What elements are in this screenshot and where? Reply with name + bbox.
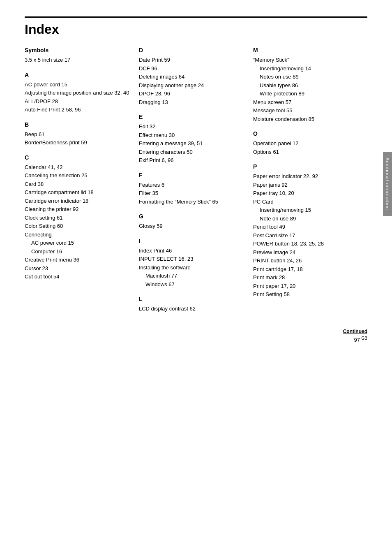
- index-entry: LCD display contrast 62: [139, 305, 245, 313]
- index-entry: Deleting images 64: [139, 73, 245, 81]
- index-entry: Menu screen 57: [253, 98, 359, 107]
- section-header: M: [253, 47, 359, 53]
- index-entry: Note on use 89: [253, 215, 359, 223]
- section-header: I: [139, 238, 245, 244]
- index-entry: Card 38: [25, 180, 131, 188]
- section-header: G: [139, 213, 245, 220]
- index-entry: Dragging 13: [139, 98, 245, 107]
- index-entry: Pencil tool 49: [253, 223, 359, 231]
- index-entry: Preview image 24: [253, 248, 359, 257]
- index-entry: Color Setting 60: [25, 222, 131, 230]
- page: Index Symbols3.5 x 5 inch size 17AAC pow…: [0, 0, 392, 368]
- index-entry: AC power cord 15: [25, 239, 131, 247]
- index-entry: Filter 35: [139, 189, 245, 197]
- index-entry: Auto Fine Print 2 58, 96: [25, 106, 131, 114]
- column-0: Symbols3.5 x 5 inch size 17AAC power cor…: [25, 47, 139, 313]
- index-entry: Formatting the “Memory Stick” 65: [139, 198, 245, 206]
- index-entry: Notes on use 89: [253, 73, 359, 81]
- index-entry: Effect menu 30: [139, 131, 245, 139]
- page-number: 97 GB: [354, 337, 367, 343]
- index-entry: Inserting/removing 14: [253, 65, 359, 73]
- index-entry: Cartridge compartment lid 18: [25, 188, 131, 197]
- index-entry: Creative Print menu 36: [25, 256, 131, 264]
- index-entry: Paper jams 92: [253, 181, 359, 189]
- index-entry: Entering characters 50: [139, 148, 245, 156]
- index-entry: Connecting: [25, 231, 131, 239]
- index-entry: DPOF 28, 96: [139, 90, 245, 98]
- index-entry: ALL/DPOF 28: [25, 97, 131, 106]
- section-header: O: [253, 130, 359, 137]
- index-entry: Calendar 41, 42: [25, 163, 131, 171]
- index-entry: Print Setting 58: [253, 290, 359, 299]
- section-header: Symbols: [25, 47, 131, 53]
- index-entry: Date Print 59: [139, 56, 245, 64]
- section-header: F: [139, 172, 245, 178]
- index-entry: Moisture condensation 85: [253, 115, 359, 123]
- index-entry: Beep 61: [25, 130, 131, 139]
- index-entry: Cartridge error indicator 18: [25, 197, 131, 205]
- index-entry: DCF 96: [139, 65, 245, 73]
- index-entry: PRINT button 24, 26: [253, 257, 359, 265]
- index-entry: Clock setting 61: [25, 214, 131, 222]
- index-entry: Windows 67: [139, 280, 245, 289]
- index-entry: Print mark 28: [253, 273, 359, 282]
- bottom-section: Continued: [25, 326, 367, 334]
- index-entry: Print paper 17, 20: [253, 282, 359, 290]
- side-tab: Additional information: [383, 152, 392, 216]
- index-entry: Edit 32: [139, 123, 245, 131]
- index-entry: Exif Print 6, 96: [139, 156, 245, 164]
- index-entry: Print cartridge 17, 18: [253, 265, 359, 273]
- index-entry: Glossy 59: [139, 222, 245, 230]
- section-header: L: [139, 296, 245, 302]
- index-columns: Symbols3.5 x 5 inch size 17AAC power cor…: [25, 47, 367, 313]
- section-header: D: [139, 47, 245, 53]
- page-number-area: 97 GB: [25, 336, 367, 343]
- index-entry: Inserting/removing 15: [253, 206, 359, 214]
- section-header: P: [253, 163, 359, 170]
- top-border: [25, 16, 367, 18]
- index-entry: Options 61: [253, 148, 359, 156]
- index-entry: Border/Borderless print 59: [25, 139, 131, 147]
- index-entry: Macintosh 77: [139, 272, 245, 280]
- index-entry: Adjusting the image position and size 32…: [25, 89, 131, 97]
- index-entry: POWER button 18, 23, 25, 28: [253, 240, 359, 248]
- section-header: A: [25, 72, 131, 78]
- index-entry: Features 6: [139, 181, 245, 189]
- index-entry: Installing the software: [139, 264, 245, 272]
- section-header: B: [25, 121, 131, 128]
- index-entry: Usable types 86: [253, 81, 359, 90]
- page-title: Index: [25, 22, 367, 37]
- continued-label: Continued: [196, 329, 367, 334]
- column-2: M“Memory Stick”Inserting/removing 14Note…: [253, 47, 367, 313]
- index-entry: Cursor 23: [25, 264, 131, 273]
- index-entry: Canceling the selection 25: [25, 171, 131, 180]
- index-entry: Cut out tool 54: [25, 273, 131, 281]
- index-entry: AC power cord 15: [25, 81, 131, 89]
- index-entry: Entering a message 39, 51: [139, 139, 245, 148]
- index-entry: “Memory Stick”: [253, 56, 359, 64]
- index-entry: Displaying another page 24: [139, 81, 245, 90]
- section-header: C: [25, 154, 131, 161]
- index-entry: Computer 16: [25, 248, 131, 256]
- index-entry: Paper error indicator 22, 92: [253, 172, 359, 181]
- index-entry: Operation panel 12: [253, 139, 359, 148]
- index-entry: Post Card size 17: [253, 232, 359, 240]
- index-entry: 3.5 x 5 inch size 17: [25, 56, 131, 64]
- index-entry: Write protection 89: [253, 90, 359, 98]
- index-entry: Paper tray 10, 20: [253, 189, 359, 197]
- index-entry: INPUT SELECT 16, 23: [139, 255, 245, 263]
- index-entry: Message tool 55: [253, 107, 359, 115]
- index-entry: PC Card: [253, 198, 359, 206]
- index-entry: Index Print 46: [139, 247, 245, 255]
- section-header: E: [139, 114, 245, 120]
- column-1: DDate Print 59DCF 96Deleting images 64Di…: [139, 47, 253, 313]
- index-entry: Cleaning the printer 92: [25, 205, 131, 213]
